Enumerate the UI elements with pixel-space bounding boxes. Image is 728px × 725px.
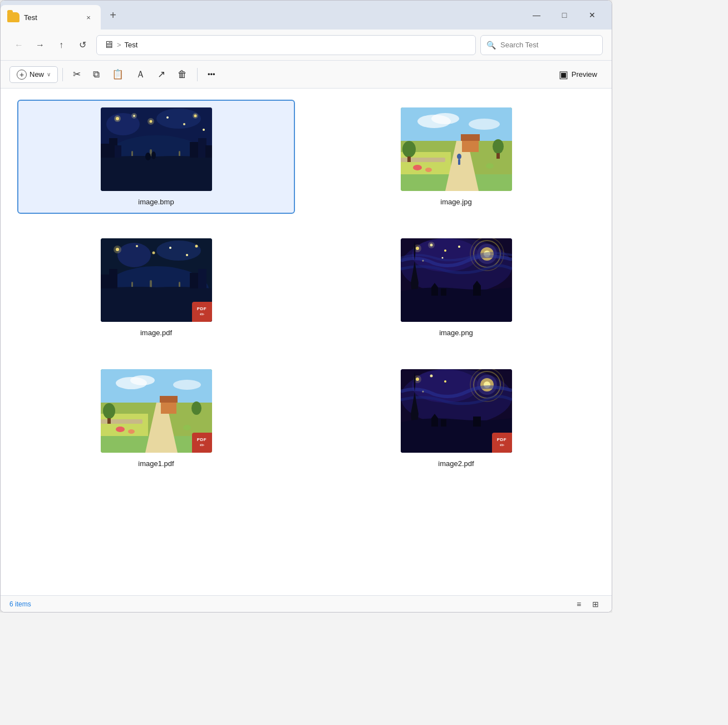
svg-rect-115 (431, 418, 438, 427)
file-thumbnail-pdf2: PDF ✏ (401, 369, 512, 453)
copy-button[interactable]: ⧉ (87, 66, 105, 83)
paste-button[interactable]: 📋 (106, 66, 129, 83)
svg-rect-117 (473, 417, 481, 427)
toolbar-separator-1 (62, 68, 63, 81)
svg-point-79 (444, 249, 446, 252)
svg-point-27 (151, 151, 156, 159)
tab-close-button[interactable]: × (83, 12, 94, 23)
svg-point-96 (103, 403, 115, 419)
refresh-button[interactable]: ↺ (73, 36, 92, 55)
svg-rect-84 (441, 288, 446, 296)
minimize-button[interactable]: — (524, 6, 549, 24)
svg-point-12 (193, 113, 198, 119)
new-button[interactable]: + New ∨ (9, 66, 58, 83)
view-buttons: ≡ ⊞ (572, 598, 603, 610)
cut-button[interactable]: ✂ (67, 66, 86, 83)
svg-point-45 (457, 154, 461, 159)
pdf-badge: PDF ✏ (192, 302, 212, 322)
svg-point-90 (173, 380, 201, 390)
more-button[interactable]: ••• (202, 67, 221, 81)
file-name-bmp: image.bmp (138, 198, 174, 206)
more-icon: ••• (208, 70, 215, 79)
maximize-button[interactable]: □ (552, 6, 577, 24)
svg-point-100 (128, 429, 135, 434)
svg-rect-64 (109, 269, 117, 288)
svg-point-32 (469, 119, 500, 130)
svg-rect-39 (407, 156, 411, 162)
rename-button[interactable]: Ａ (130, 65, 151, 84)
file-item-pdf1[interactable]: PDF ✏ image1.pdf (17, 361, 295, 476)
file-grid: image.bmp (17, 100, 595, 476)
svg-point-55 (186, 254, 188, 256)
svg-point-51 (114, 246, 121, 253)
svg-point-99 (116, 427, 125, 432)
tab-title: Test (24, 13, 78, 22)
search-input[interactable] (500, 41, 597, 49)
file-item-pdf[interactable]: PDF ✏ image.pdf (17, 231, 295, 345)
file-content-area: image.bmp (1, 89, 612, 595)
svg-point-42 (413, 165, 422, 170)
folder-icon (7, 12, 19, 22)
preview-label: Preview (572, 70, 597, 79)
svg-point-54 (169, 247, 171, 249)
svg-point-44 (486, 163, 494, 169)
item-count: 6 items (9, 600, 572, 608)
toolbar: + New ∨ ✂ ⧉ 📋 Ａ ↗ 🗑 ••• ▣ Preview (1, 61, 612, 89)
svg-rect-83 (431, 287, 438, 296)
cut-icon: ✂ (73, 68, 81, 80)
file-name-png: image.png (439, 329, 473, 337)
new-chevron: ∨ (47, 71, 51, 77)
toolbar-separator-2 (197, 68, 198, 81)
breadcrumb-separator: > (117, 41, 121, 49)
file-item-bmp[interactable]: image.bmp (17, 100, 295, 214)
file-thumbnail-pdf: PDF ✏ (101, 238, 212, 322)
svg-point-101 (183, 425, 191, 430)
preview-icon: ▣ (559, 68, 568, 81)
svg-rect-24 (198, 138, 206, 158)
tab-area: Test × + (1, 1, 517, 30)
svg-point-78 (428, 242, 435, 248)
search-bar[interactable]: 🔍 (480, 35, 603, 55)
file-name-pdf1: image1.pdf (138, 459, 174, 468)
breadcrumb-bar[interactable]: 🖥 > Test (96, 35, 476, 55)
list-view-button[interactable]: ≡ (572, 598, 586, 610)
svg-point-112 (430, 375, 432, 378)
file-thumbnail-pdf1: PDF ✏ (101, 369, 212, 453)
svg-point-48 (117, 243, 151, 267)
back-button[interactable]: ← (9, 36, 28, 55)
svg-point-98 (191, 401, 201, 415)
preview-button[interactable]: ▣ Preview (553, 66, 603, 84)
svg-rect-95 (160, 396, 178, 403)
svg-point-56 (195, 245, 198, 248)
svg-point-13 (203, 129, 205, 131)
paste-icon: 📋 (112, 68, 124, 80)
delete-icon: 🗑 (178, 69, 187, 80)
active-tab[interactable]: Test × (1, 5, 101, 30)
grid-view-button[interactable]: ⊞ (588, 598, 603, 610)
delete-button[interactable]: 🗑 (172, 66, 193, 83)
rename-icon: Ａ (136, 68, 145, 81)
file-item-png[interactable]: image.png (317, 231, 595, 345)
svg-rect-116 (441, 419, 446, 427)
svg-rect-37 (461, 134, 480, 141)
file-item-jpg[interactable]: image.jpg (317, 100, 595, 214)
new-tab-button[interactable]: + (103, 5, 123, 25)
new-plus-icon: + (17, 70, 27, 80)
share-button[interactable]: ↗ (152, 66, 171, 83)
close-button[interactable]: ✕ (579, 6, 605, 24)
file-explorer-window: Test × + — □ ✕ ← → ↑ ↺ 🖥 > Test 🔍 + New (0, 0, 612, 613)
pdf-badge-1: PDF ✏ (192, 433, 212, 453)
svg-point-26 (145, 153, 151, 160)
new-label: New (29, 70, 44, 79)
copy-icon: ⧉ (93, 69, 100, 80)
forward-button[interactable]: → (31, 36, 50, 55)
svg-point-81 (441, 257, 443, 259)
svg-point-80 (458, 246, 460, 248)
svg-rect-41 (496, 153, 500, 159)
svg-point-2 (156, 109, 201, 129)
svg-point-53 (152, 252, 155, 254)
up-button[interactable]: ↑ (52, 36, 71, 55)
file-item-pdf2[interactable]: PDF ✏ image2.pdf (317, 361, 595, 476)
share-icon: ↗ (158, 68, 165, 80)
svg-rect-25 (205, 145, 212, 158)
